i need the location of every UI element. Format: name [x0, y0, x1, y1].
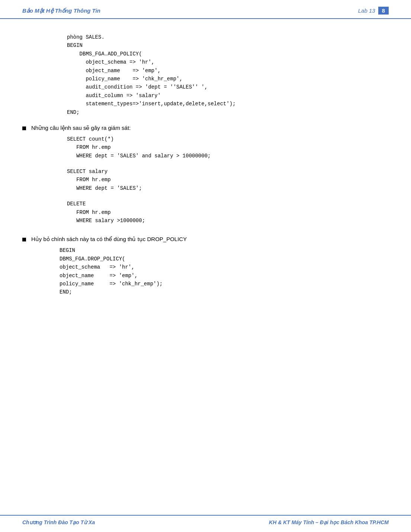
- code-line-7: audit_condition => 'dept = ''SALES'' ',: [67, 83, 389, 91]
- drop-line5: policy_name => 'chk_hr_emp');: [60, 280, 389, 288]
- code-line-2: BEGIN: [67, 41, 389, 49]
- sql3-code: DELETE FROM hr.emp WHERE salary >1000000…: [67, 200, 389, 225]
- bullet-text-1: Những câu lệnh sau sẽ gây ra giám sát:: [31, 125, 131, 131]
- drop-line6: END;: [60, 288, 389, 296]
- sql2-line1: SELECT salary: [67, 167, 389, 176]
- sql2-line2: FROM hr.emp: [67, 176, 389, 184]
- code-line-8: audit_column => 'salary': [67, 92, 389, 100]
- bullet-square-1: [22, 126, 26, 130]
- page: Bảo Mật Hệ Thống Thông Tin Lab 13 8 phòn…: [0, 0, 411, 532]
- sql3-line3: WHERE salary >1000000;: [67, 217, 389, 225]
- sql1-line2: FROM hr.emp: [67, 143, 389, 151]
- header-title: Bảo Mật Hệ Thống Thông Tin: [22, 7, 100, 14]
- drop-code-block: BEGIN DBMS_FGA.DROP_POLICY( object_schem…: [60, 246, 389, 296]
- code-line-5: object_name => 'emp',: [67, 67, 389, 75]
- footer-right: KH & KT Máy Tính – Đại học Bách Khoa TP.…: [269, 519, 389, 525]
- sql-group-3: DELETE FROM hr.emp WHERE salary >1000000…: [67, 200, 389, 225]
- code-line-6: policy_name => 'chk_hr_emp',: [67, 75, 389, 83]
- code-line-9: statement_types=>'insert,update,delete,s…: [67, 100, 389, 108]
- drop-line4: object_name => 'emp',: [60, 272, 389, 280]
- bullet-text-2: Hủy bỏ chính sách này ta có thể dùng thủ…: [31, 236, 187, 243]
- code-line-4: object_schema => 'hr',: [67, 58, 389, 66]
- sql1-line1: SELECT count(*): [67, 135, 389, 143]
- sql1-code: SELECT count(*) FROM hr.emp WHERE dept =…: [67, 135, 389, 160]
- drop-line3: object_schema => 'hr',: [60, 263, 389, 271]
- sql1-line3: WHERE dept = 'SALES' and salary > 100000…: [67, 152, 389, 160]
- drop-line1: BEGIN: [60, 246, 389, 254]
- header: Bảo Mật Hệ Thống Thông Tin Lab 13 8: [0, 0, 411, 19]
- bullet-item-1: Những câu lệnh sau sẽ gây ra giám sát:: [22, 125, 389, 131]
- drop-policy-code: BEGIN DBMS_FGA.DROP_POLICY( object_schem…: [60, 246, 389, 296]
- drop-line2: DBMS_FGA.DROP_POLICY(: [60, 255, 389, 263]
- main-content: phòng SALES. BEGIN DBMS_FGA.ADD_POLICY( …: [0, 19, 411, 323]
- footer-left: Chương Trình Đào Tạo Từ Xa: [22, 519, 95, 525]
- code-line-10: END;: [67, 108, 389, 116]
- code-line-3: DBMS_FGA.ADD_POLICY(: [67, 50, 389, 58]
- sql3-line1: DELETE: [67, 200, 389, 208]
- sql-group-1: SELECT count(*) FROM hr.emp WHERE dept =…: [67, 135, 389, 160]
- code-line-1: phòng SALES.: [67, 33, 389, 41]
- sql2-line3: WHERE dept = 'SALES';: [67, 184, 389, 192]
- bullet-item-2: Hủy bỏ chính sách này ta có thể dùng thủ…: [22, 236, 389, 243]
- bullet-square-2: [22, 238, 26, 241]
- header-right: Lab 13 8: [358, 7, 389, 15]
- header-page-number: 8: [378, 7, 389, 15]
- sql3-line2: FROM hr.emp: [67, 208, 389, 217]
- sql2-code: SELECT salary FROM hr.emp WHERE dept = '…: [67, 167, 389, 192]
- sql-group-2: SELECT salary FROM hr.emp WHERE dept = '…: [67, 167, 389, 192]
- footer: Chương Trình Đào Tạo Từ Xa KH & KT Máy T…: [0, 515, 411, 532]
- header-lab: Lab 13: [358, 7, 375, 14]
- intro-code-block: phòng SALES. BEGIN DBMS_FGA.ADD_POLICY( …: [67, 33, 389, 116]
